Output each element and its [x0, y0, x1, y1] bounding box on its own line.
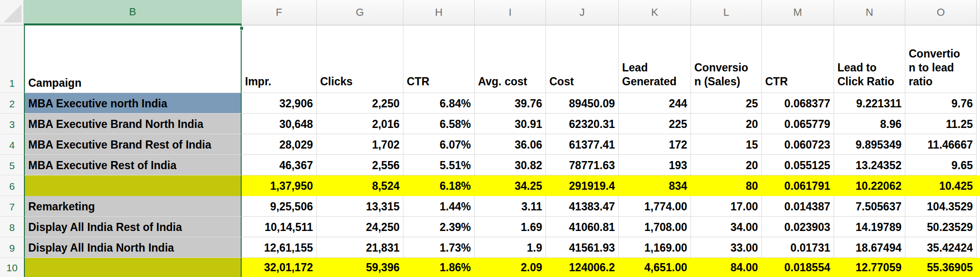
cell-J7[interactable]: 41383.47 [546, 196, 619, 217]
cell-O2[interactable]: 9.76 [905, 93, 977, 114]
cell-K8[interactable]: 1,708.00 [619, 217, 691, 237]
cell-L7[interactable]: 17.00 [691, 196, 762, 217]
row-header-4[interactable]: 4 [0, 134, 24, 155]
cell-J4[interactable]: 61377.41 [546, 134, 619, 155]
cell-I8[interactable]: 1.69 [475, 217, 546, 237]
cell-M2[interactable]: 0.068377 [762, 93, 834, 114]
column-header-K[interactable]: K [619, 0, 691, 25]
cell-H4[interactable]: 6.07% [403, 134, 475, 155]
cell-K6[interactable]: 834 [619, 175, 691, 196]
cell-B9[interactable]: Display All India North India [24, 237, 242, 258]
cell-N2[interactable]: 9.221311 [834, 93, 905, 114]
cell-H2[interactable]: 6.84% [403, 93, 475, 114]
cell-J2[interactable]: 89450.09 [546, 93, 619, 114]
column-header-L[interactable]: L [691, 0, 762, 25]
cell-J5[interactable]: 78771.63 [546, 155, 619, 175]
row-header-8[interactable]: 8 [0, 217, 24, 237]
column-header-H[interactable]: H [403, 0, 475, 25]
cell-N4[interactable]: 9.895349 [834, 134, 905, 155]
cell-L10[interactable]: 84.00 [691, 258, 762, 277]
cell-L1[interactable]: Conversio n (Sales) [691, 25, 762, 93]
cell-G10[interactable]: 59,396 [317, 258, 403, 277]
cell-N6[interactable]: 10.22062 [834, 175, 905, 196]
cell-O5[interactable]: 9.65 [905, 155, 977, 175]
cell-I6[interactable]: 34.25 [475, 175, 546, 196]
cell-N3[interactable]: 8.96 [834, 114, 905, 134]
cell-J3[interactable]: 62320.31 [546, 114, 619, 134]
cell-M5[interactable]: 0.055125 [762, 155, 834, 175]
cell-B8[interactable]: Display All India Rest of India [24, 217, 242, 237]
cell-B4[interactable]: MBA Executive Brand Rest of India [24, 134, 242, 155]
cell-K5[interactable]: 193 [619, 155, 691, 175]
cell-M8[interactable]: 0.023903 [762, 217, 834, 237]
column-header-F[interactable]: F [242, 0, 317, 25]
cell-L3[interactable]: 20 [691, 114, 762, 134]
cell-F1[interactable]: Impr. [242, 25, 317, 93]
cell-I1[interactable]: Avg. cost [475, 25, 546, 93]
cell-G2[interactable]: 2,250 [317, 93, 403, 114]
cell-F5[interactable]: 46,367 [242, 155, 317, 175]
row-header-10[interactable]: 10 [0, 258, 24, 277]
row-header-1[interactable]: 1 [0, 25, 24, 93]
cell-N10[interactable]: 12.77059 [834, 258, 905, 277]
cell-L9[interactable]: 33.00 [691, 237, 762, 258]
cell-G5[interactable]: 2,556 [317, 155, 403, 175]
cell-O6[interactable]: 10.425 [905, 175, 977, 196]
cell-B10[interactable] [24, 258, 242, 277]
cell-J10[interactable]: 124006.2 [546, 258, 619, 277]
cell-G4[interactable]: 1,702 [317, 134, 403, 155]
column-header-B[interactable]: B [24, 0, 242, 25]
cell-L4[interactable]: 15 [691, 134, 762, 155]
cell-F8[interactable]: 10,14,511 [242, 217, 317, 237]
column-header-N[interactable]: N [834, 0, 905, 25]
cell-O9[interactable]: 35.42424 [905, 237, 977, 258]
cell-F6[interactable]: 1,37,950 [242, 175, 317, 196]
column-header-G[interactable]: G [317, 0, 403, 25]
cell-G6[interactable]: 8,524 [317, 175, 403, 196]
cell-G8[interactable]: 24,250 [317, 217, 403, 237]
selection-fill-handle[interactable] [240, 26, 244, 30]
cell-B5[interactable]: MBA Executive Rest of India [24, 155, 242, 175]
cell-H6[interactable]: 6.18% [403, 175, 475, 196]
cell-F10[interactable]: 32,01,172 [242, 258, 317, 277]
cell-N8[interactable]: 14.19789 [834, 217, 905, 237]
cell-H3[interactable]: 6.58% [403, 114, 475, 134]
cell-I10[interactable]: 2.09 [475, 258, 546, 277]
cell-M4[interactable]: 0.060723 [762, 134, 834, 155]
column-header-M[interactable]: M [762, 0, 834, 25]
cell-M7[interactable]: 0.014387 [762, 196, 834, 217]
cell-J8[interactable]: 41060.81 [546, 217, 619, 237]
cell-O1[interactable]: Convertio n to lead ratio [905, 25, 977, 93]
cell-N9[interactable]: 18.67494 [834, 237, 905, 258]
cell-N1[interactable]: Lead to Click Ratio [834, 25, 905, 93]
cell-M1[interactable]: CTR [762, 25, 834, 93]
cell-H1[interactable]: CTR [403, 25, 475, 93]
cell-L5[interactable]: 20 [691, 155, 762, 175]
cell-M10[interactable]: 0.018554 [762, 258, 834, 277]
cell-I7[interactable]: 3.11 [475, 196, 546, 217]
cell-M9[interactable]: 0.01731 [762, 237, 834, 258]
cell-O8[interactable]: 50.23529 [905, 217, 977, 237]
cell-K3[interactable]: 225 [619, 114, 691, 134]
cell-N5[interactable]: 13.24352 [834, 155, 905, 175]
cell-K10[interactable]: 4,651.00 [619, 258, 691, 277]
cell-G1[interactable]: Clicks [317, 25, 403, 93]
column-header-O[interactable]: O [905, 0, 977, 25]
cell-B6[interactable] [24, 175, 242, 196]
cell-H5[interactable]: 5.51% [403, 155, 475, 175]
cell-I9[interactable]: 1.9 [475, 237, 546, 258]
cell-H10[interactable]: 1.86% [403, 258, 475, 277]
row-header-3[interactable]: 3 [0, 114, 24, 134]
cell-B7[interactable]: Remarketing [24, 196, 242, 217]
cell-I4[interactable]: 36.06 [475, 134, 546, 155]
cell-L2[interactable]: 25 [691, 93, 762, 114]
cell-H9[interactable]: 1.73% [403, 237, 475, 258]
column-header-I[interactable]: I [475, 0, 546, 25]
cell-B3[interactable]: MBA Executive Brand North India [24, 114, 242, 134]
cell-J9[interactable]: 41561.93 [546, 237, 619, 258]
cell-K9[interactable]: 1,169.00 [619, 237, 691, 258]
cell-K4[interactable]: 172 [619, 134, 691, 155]
cell-K1[interactable]: Lead Generated [619, 25, 691, 93]
cell-I3[interactable]: 30.91 [475, 114, 546, 134]
row-header-5[interactable]: 5 [0, 155, 24, 175]
